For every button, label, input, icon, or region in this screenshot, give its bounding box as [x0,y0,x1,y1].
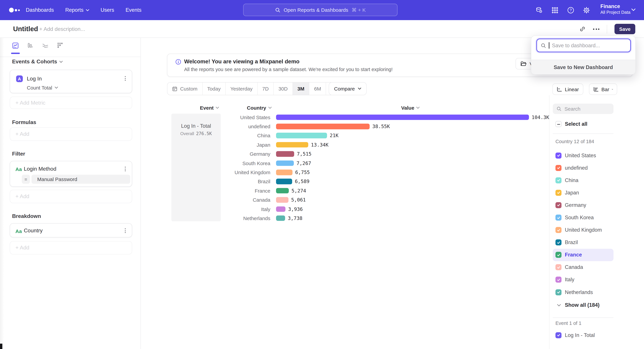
range-custom[interactable]: Custom [167,82,202,95]
search-shortcut: ⌘ + K [352,7,366,13]
compare-button[interactable]: Compare [329,82,366,95]
bar-brazil[interactable] [276,179,292,184]
legend-search-input[interactable] [564,106,608,112]
tab-flows[interactable] [42,42,49,49]
checkbox-japan[interactable] [556,190,562,196]
checkbox-united-kingdom[interactable] [556,227,562,233]
column-header-event[interactable]: Event [200,105,219,111]
filter-operator[interactable]: = [22,175,30,184]
bar-value-label: 3,936 [288,206,303,212]
save-button[interactable]: Save [614,24,635,34]
bar-south-korea[interactable] [276,160,294,166]
aggregation-selector[interactable]: Count Total [27,85,58,90]
column-header-value[interactable]: Value [401,105,420,111]
tab-insights[interactable] [12,42,19,49]
range-7d[interactable]: 7D [258,82,274,95]
bar-italy[interactable] [276,206,286,212]
checkbox-log-in-total[interactable] [556,332,562,338]
bar-united-states[interactable] [276,114,529,120]
range-label: 30D [278,86,288,91]
indeterminate-checkbox[interactable] [556,121,562,127]
select-all-toggle[interactable]: Select all [556,121,587,127]
save-dashboard-search-input[interactable]: Save to dashboard... [536,38,631,52]
help-icon[interactable]: ? [567,6,574,14]
save-to-new-dashboard-option[interactable]: Save to New Dashboard [531,60,635,74]
add-metric-button[interactable]: + Add Metric [10,96,132,109]
apps-grid-icon[interactable] [551,6,559,14]
checkbox-canada[interactable] [556,264,562,270]
metric-event-name[interactable]: Log In [27,76,42,82]
filter-kebab-icon[interactable] [124,166,126,172]
range-today[interactable]: Today [202,82,226,95]
add-breakdown-button[interactable]: + Add [10,241,132,255]
tab-funnels[interactable] [26,42,34,49]
range-30d[interactable]: 30D [274,82,293,95]
nav-item-dashboards[interactable]: Dashboards [26,7,54,13]
column-header-country[interactable]: Country [247,105,272,111]
checkbox-germany[interactable] [556,202,562,208]
bar-category-label: France [174,188,270,194]
bar-china[interactable] [276,133,327,138]
nav-item-reports[interactable]: Reports [65,7,89,13]
filter-property-name[interactable]: Login Method [24,166,56,172]
more-options-icon[interactable] [593,28,600,30]
legend-search-box[interactable] [553,104,614,114]
country-item-south-korea[interactable]: South Korea [553,211,614,224]
global-search-button[interactable]: Open Reports & Dashboards ⌘ + K [243,4,398,16]
filter-card-login-method[interactable]: Aa Login Method = Manual Password [10,161,132,187]
checkbox-undefined[interactable] [556,165,562,171]
mixpanel-logo-icon[interactable] [9,7,22,13]
checkbox-south-korea[interactable] [556,215,562,221]
nav-item-users[interactable]: Users [100,7,114,13]
country-item-brazil[interactable]: Brazil [553,236,614,249]
country-item-italy[interactable]: Italy [553,274,614,286]
range-6m[interactable]: 6M [310,82,326,95]
country-item-united-kingdom[interactable]: United Kingdom [553,224,614,236]
country-item-france[interactable]: France [553,249,614,261]
filter-value[interactable]: Manual Password [32,175,130,184]
breakdown-kebab-icon[interactable] [124,228,126,234]
range-yesterday[interactable]: Yesterday [226,82,258,95]
copy-link-icon[interactable] [579,26,586,32]
country-item-japan[interactable]: Japan [553,187,614,199]
data-management-icon[interactable] [535,6,543,14]
country-item-netherlands[interactable]: Netherlands [553,286,614,298]
scale-selector[interactable]: Linear [552,83,583,95]
chart-type-selector[interactable]: Bar [589,83,617,95]
show-all-button[interactable]: Show all (184) [557,302,600,308]
checkbox-united-states[interactable] [556,152,562,158]
country-item-china[interactable]: China [553,174,614,186]
project-selector[interactable]: Finance All Project Data [600,3,630,15]
checkbox-china[interactable] [556,177,562,183]
country-item-canada[interactable]: Canada [553,261,614,274]
metric-card-log-in[interactable]: A Log In Count Total [10,70,132,93]
checkbox-france[interactable] [556,252,562,258]
nav-item-events[interactable]: Events [126,7,142,13]
range-3m[interactable]: 3M [293,82,310,95]
country-label: undefined [565,165,588,171]
checkbox-italy[interactable] [556,277,562,283]
bar-germany[interactable] [276,151,294,157]
bar-undefined[interactable] [276,124,370,129]
metric-kebab-icon[interactable] [124,75,126,81]
events-section-header[interactable]: Events & Cohorts [12,59,63,65]
event-item-log-in-total[interactable]: Log In - Total [553,329,614,341]
checkbox-netherlands[interactable] [556,289,562,295]
bar-united-kingdom[interactable] [276,170,292,175]
settings-gear-icon[interactable] [582,6,590,14]
bar-netherlands[interactable] [276,215,285,221]
tab-retention[interactable] [56,42,64,49]
breakdown-card-country[interactable]: Aa Country [10,223,132,237]
country-item-united-states[interactable]: United States [553,149,614,162]
country-item-germany[interactable]: Germany [553,199,614,211]
country-item-undefined[interactable]: undefined [553,162,614,174]
report-title[interactable]: Untitled [13,25,38,33]
add-filter-button[interactable]: + Add [10,190,132,203]
add-description-button[interactable]: + Add description... [39,26,85,32]
breakdown-property-name[interactable]: Country [24,228,42,234]
bar-france[interactable] [276,188,289,193]
bar-canada[interactable] [276,197,288,203]
checkbox-brazil[interactable] [556,239,562,245]
add-formula-button[interactable]: + Add [10,127,132,141]
bar-japan[interactable] [276,142,308,147]
